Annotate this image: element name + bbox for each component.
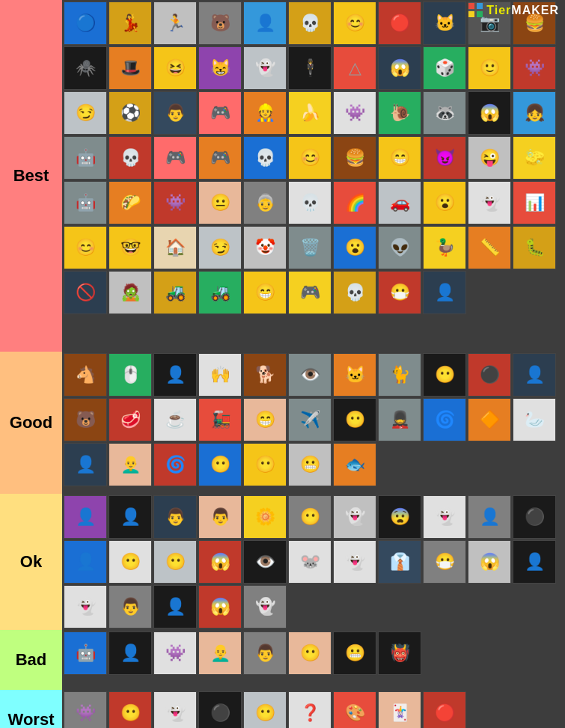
tier-item-man-silhouette[interactable]: 👤 <box>513 353 556 397</box>
tier-item-nerd[interactable]: 🤓 <box>109 226 152 269</box>
tier-item-crazy-face[interactable]: 😜 <box>468 136 511 180</box>
tier-item-white-ghost2[interactable]: 👻 <box>423 495 466 539</box>
tier-item-yellow-smiley2[interactable]: 😁 <box>378 136 421 180</box>
tier-item-gray-ghost[interactable]: 👻 <box>243 585 287 628</box>
tier-item-freddy[interactable]: 🐻 <box>64 398 107 441</box>
tier-item-blue-glow[interactable]: 👤 <box>64 540 107 584</box>
tier-item-dog-face[interactable]: 🐕 <box>243 353 287 397</box>
tier-item-red-ball[interactable]: 🔴 <box>378 1 421 45</box>
tier-item-suited-man[interactable]: 👔 <box>378 540 421 584</box>
tier-item-gummy[interactable]: 😁 <box>243 271 287 314</box>
tier-item-pale-worst[interactable]: 😶 <box>243 691 287 728</box>
tier-item-spongebob[interactable]: 🧽 <box>513 136 556 180</box>
tier-item-rat[interactable]: 🐭 <box>288 540 332 584</box>
tier-item-white-ghost[interactable]: 👻 <box>468 181 511 224</box>
tier-item-ghost-face[interactable]: 👻 <box>333 495 376 539</box>
tier-item-roblox2[interactable]: 🎮 <box>153 136 197 180</box>
tier-item-cat-eyes[interactable]: 👁️ <box>288 353 332 397</box>
tier-item-skull3[interactable]: 💀 <box>333 271 376 314</box>
tier-item-train[interactable]: 🚂 <box>198 398 242 441</box>
tier-item-teeth[interactable]: 😬 <box>288 443 332 486</box>
tier-item-stick[interactable]: 📏 <box>468 226 511 269</box>
tier-item-red-entity[interactable]: 👾 <box>153 181 197 224</box>
tier-item-troll2[interactable]: 😏 <box>198 226 242 269</box>
tier-item-red-cup[interactable]: 🔴 <box>423 691 466 728</box>
tier-item-pixel-banana[interactable]: 🍌 <box>288 91 332 135</box>
tier-item-joker-worst[interactable]: 🃏 <box>378 691 421 728</box>
tier-item-colorful-worst[interactable]: 🎨 <box>333 691 376 728</box>
tier-item-red-skull[interactable]: 💀 <box>109 136 152 180</box>
tier-item-creepy-clown[interactable]: 🤡 <box>243 226 287 269</box>
tier-item-emoji-face[interactable]: 😮 <box>423 181 466 224</box>
tier-item-green-machine[interactable]: 🚜 <box>198 271 242 314</box>
tier-item-yellow-dancer[interactable]: 💃 <box>109 1 152 45</box>
tier-item-gray-bear[interactable]: 🐻 <box>198 1 242 45</box>
tier-item-sonic[interactable]: 🔵 <box>64 1 107 45</box>
tier-item-black-shadow1[interactable]: 👤 <box>109 495 152 539</box>
tier-item-pie-chart[interactable]: 📊 <box>513 181 556 224</box>
tier-item-face-eyes[interactable]: 😶 <box>243 443 287 486</box>
tier-item-roblox-yellow[interactable]: 🎮 <box>288 271 332 314</box>
tier-item-white-face[interactable]: 😶 <box>109 540 152 584</box>
tier-item-robot2[interactable]: 🤖 <box>64 181 107 224</box>
tier-item-creepy-mask[interactable]: 😷 <box>423 540 466 584</box>
tier-item-do-not-sign[interactable]: 🚫 <box>64 271 107 314</box>
tier-item-gray-face2[interactable]: 😶 <box>288 495 332 539</box>
tier-item-black-entity[interactable]: 👤 <box>513 540 556 584</box>
tier-item-duck[interactable]: 🦆 <box>423 226 466 269</box>
tier-item-man-suit[interactable]: 👨 <box>153 91 197 135</box>
tier-item-car[interactable]: 🚗 <box>378 181 421 224</box>
tier-item-dark-eye[interactable]: 👁️ <box>243 540 287 584</box>
tier-item-razer[interactable]: 🖱️ <box>109 353 152 397</box>
tier-item-bald-man[interactable]: 👨‍🦲 <box>109 443 152 486</box>
tier-item-slender[interactable]: 🕴️ <box>288 46 332 90</box>
tier-item-red-spiral[interactable]: 🌀 <box>153 443 197 486</box>
tier-item-jet[interactable]: ✈️ <box>288 398 332 441</box>
tier-item-boing-cat[interactable]: 🐱 <box>423 1 466 45</box>
tier-item-orange-cat[interactable]: 🐱 <box>333 353 376 397</box>
tier-item-meat[interactable]: 🥩 <box>109 398 152 441</box>
tier-item-shadow-face[interactable]: 😶 <box>423 353 466 397</box>
tier-item-burger2[interactable]: 🍔 <box>333 136 376 180</box>
tier-item-blue-face2[interactable]: 😶 <box>198 443 242 486</box>
tier-item-gold-skull[interactable]: 💀 <box>288 1 332 45</box>
tier-item-man-bad[interactable]: 👨 <box>243 631 287 675</box>
tier-item-granny[interactable]: 👵 <box>243 181 287 224</box>
tier-item-orange-blob[interactable]: 🔶 <box>468 398 511 441</box>
tier-item-black-figure1[interactable]: 👤 <box>153 353 197 397</box>
tier-item-patrick[interactable]: 👨 <box>198 495 242 539</box>
tier-item-teeth-bad[interactable]: 😬 <box>333 631 376 675</box>
tier-item-blank-worst[interactable]: ❓ <box>288 691 332 728</box>
tier-item-ghost-worst[interactable]: 👻 <box>153 691 197 728</box>
tier-item-purple-shadow[interactable]: 👤 <box>64 495 107 539</box>
tier-item-white-ghost4[interactable]: 👻 <box>64 585 107 628</box>
tier-item-mummy[interactable]: 🧟 <box>109 271 152 314</box>
tier-item-ghost-figure[interactable]: 👻 <box>243 46 287 90</box>
tier-item-black-blob[interactable]: ⚫ <box>513 495 556 539</box>
tier-item-dark-face2[interactable]: 😶 <box>333 398 376 441</box>
tier-item-gray-man[interactable]: 👨 <box>109 585 152 628</box>
tier-item-anime-girl[interactable]: 👧 <box>513 91 556 135</box>
tier-item-red-face-worst[interactable]: 😶 <box>109 691 152 728</box>
tier-item-awesome-face[interactable]: 😆 <box>153 46 197 90</box>
tier-item-white-ghost3[interactable]: 👻 <box>333 540 376 584</box>
tier-item-trash-can[interactable]: 🗑️ <box>288 226 332 269</box>
tier-item-big-smiley2[interactable]: 😊 <box>64 226 107 269</box>
tier-item-black-slim[interactable]: 👤 <box>153 585 197 628</box>
tier-item-roblox-char[interactable]: 🎮 <box>198 91 242 135</box>
tier-item-horse[interactable]: 🐴 <box>64 353 107 397</box>
tier-item-blue-face[interactable]: 😮 <box>333 226 376 269</box>
tier-item-big-smiley[interactable]: 😊 <box>288 136 332 180</box>
tier-item-exorcist[interactable]: 😱 <box>198 540 242 584</box>
tier-item-dark-scream[interactable]: 😱 <box>468 91 511 135</box>
tier-item-raccoon[interactable]: 🦝 <box>423 91 466 135</box>
tier-item-red-mask[interactable]: 😷 <box>378 271 421 314</box>
tier-item-dark-man[interactable]: 👨 <box>153 495 197 539</box>
tier-item-tall-figure[interactable]: 👤 <box>243 1 287 45</box>
tier-item-scream[interactable]: 😱 <box>468 540 511 584</box>
tier-item-creature-worst[interactable]: 👾 <box>64 691 107 728</box>
tier-item-yellow-machine[interactable]: 🚜 <box>153 271 197 314</box>
tier-item-alien[interactable]: 👽 <box>378 226 421 269</box>
tier-item-sans[interactable]: 💀 <box>243 136 287 180</box>
tier-item-white-bird[interactable]: 🦢 <box>513 398 556 441</box>
